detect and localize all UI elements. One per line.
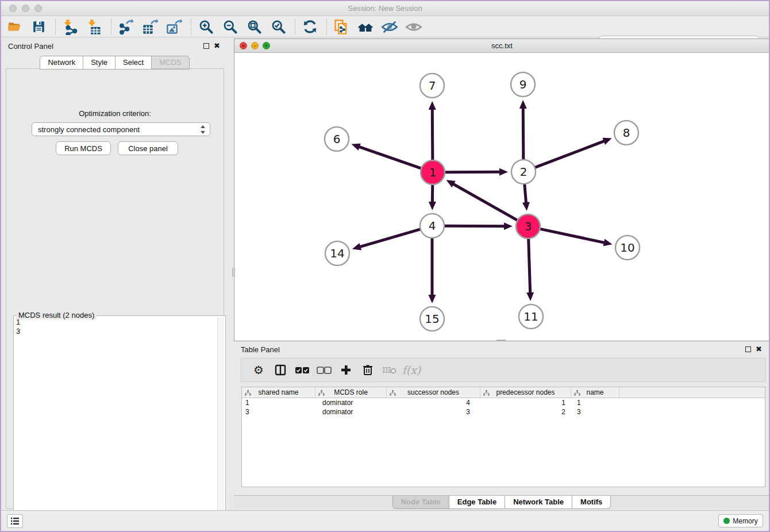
table-cell[interactable]: 3 xyxy=(242,407,315,417)
select-all-checkboxes-icon[interactable] xyxy=(292,361,313,379)
title-bar: Session: New Session xyxy=(1,1,769,16)
toolbar-separator xyxy=(111,19,111,35)
table-cell[interactable]: dominator xyxy=(315,398,387,407)
status-bar: Memory xyxy=(1,510,769,531)
control-tab-select[interactable]: Select xyxy=(115,56,152,70)
table-toolbar: ⚙ f(x) xyxy=(241,358,766,382)
table-cell[interactable]: dominator xyxy=(315,407,387,417)
graph-edge-2-3[interactable] xyxy=(525,184,526,203)
network-frame-titlebar[interactable]: × − + scc.txt xyxy=(234,39,769,53)
mcds-result-scrollbar[interactable] xyxy=(217,317,224,532)
network-canvas[interactable]: 7968124314101511 xyxy=(234,53,769,341)
column-header-shared-name[interactable]: shared name xyxy=(242,387,315,398)
refresh-view-icon[interactable] xyxy=(301,18,318,36)
table-tab-node-table[interactable]: Node Table xyxy=(392,496,449,509)
graph-node-label: 8 xyxy=(623,126,630,140)
zoom-fit-icon[interactable] xyxy=(245,18,263,36)
memory-button-label: Memory xyxy=(733,517,757,525)
graph-edge-3-11[interactable] xyxy=(529,238,530,294)
table-header-row: shared nameMCDS rolesuccessor nodesprede… xyxy=(242,387,765,398)
delete-column-icon[interactable] xyxy=(357,361,378,379)
close-table-panel-icon[interactable]: ✖ xyxy=(756,345,762,353)
mcds-result-list[interactable]: 13 xyxy=(16,318,216,532)
toolbar-separator xyxy=(191,19,191,35)
table-tab-motifs[interactable]: Motifs xyxy=(572,496,611,509)
table-row[interactable]: 3dominator323 xyxy=(242,407,765,417)
memory-status-icon xyxy=(723,518,730,524)
table-panel-title: Table Panel xyxy=(241,345,280,354)
column-header-predecessor-nodes[interactable]: predecessor nodes xyxy=(480,387,571,398)
hierarchy-icon xyxy=(483,390,490,398)
toolbar-separator xyxy=(55,19,56,35)
graph-node-label: 4 xyxy=(429,219,436,233)
table-cell[interactable]: 2 xyxy=(480,407,571,417)
export-network-icon[interactable] xyxy=(117,18,134,36)
graph-edge-4-3[interactable] xyxy=(444,226,505,226)
zoom-out-icon[interactable] xyxy=(221,18,238,36)
network-graph: 7968124314101511 xyxy=(234,53,769,341)
control-tab-network[interactable]: Network xyxy=(40,56,83,70)
open-session-icon[interactable] xyxy=(6,18,23,36)
hide-selected-icon[interactable] xyxy=(381,18,398,36)
table-panel: Table Panel ✖ ⚙ f(x) xyxy=(234,341,770,511)
graph-edge-2-9[interactable] xyxy=(523,107,523,160)
table-settings-icon[interactable]: ⚙ xyxy=(248,361,269,379)
table-cell[interactable]: 3 xyxy=(387,407,480,417)
table-row[interactable]: 1dominator411 xyxy=(242,398,765,407)
column-header-MCDS-role[interactable]: MCDS role xyxy=(315,387,387,398)
graph-edge-1-6[interactable] xyxy=(359,147,421,168)
import-table-icon[interactable] xyxy=(86,18,103,36)
criterion-dropdown[interactable]: strongly connected component xyxy=(32,122,210,136)
float-table-panel-icon[interactable] xyxy=(745,346,751,352)
mcds-result-line: 3 xyxy=(16,327,216,336)
graph-edge-arrowhead xyxy=(526,292,534,301)
add-column-icon[interactable] xyxy=(336,361,356,379)
graph-edge-4-14[interactable] xyxy=(359,229,420,247)
splitter-grip-vertical[interactable] xyxy=(232,268,235,277)
split-view-icon[interactable] xyxy=(270,361,291,379)
control-tab-mcds[interactable]: MCDS xyxy=(151,56,189,70)
task-history-button[interactable] xyxy=(7,514,23,528)
table-cell[interactable]: 1 xyxy=(242,398,315,407)
control-panel-header: Control Panel ✖ xyxy=(2,38,228,54)
graph-edge-1-7[interactable] xyxy=(432,109,433,160)
close-panel-icon[interactable]: ✖ xyxy=(214,41,220,50)
graph-edge-arrowhead xyxy=(519,100,527,109)
deselect-all-checkboxes-icon[interactable] xyxy=(314,361,334,379)
network-frame-title: scc.txt xyxy=(234,41,769,50)
import-network-icon[interactable] xyxy=(61,18,79,36)
show-hidden-icon[interactable] xyxy=(405,18,422,36)
graph-edge-3-10[interactable] xyxy=(540,229,605,242)
table-tab-network-table[interactable]: Network Table xyxy=(505,496,572,509)
graph-edge-arrowhead xyxy=(429,101,436,110)
copy-network-view-icon[interactable] xyxy=(333,18,350,36)
column-header-name[interactable]: name xyxy=(571,387,619,398)
save-session-icon[interactable] xyxy=(30,18,47,36)
close-panel-button[interactable]: Close panel xyxy=(118,141,178,155)
zoom-in-icon[interactable] xyxy=(197,18,214,36)
table-cell[interactable]: 1 xyxy=(571,398,619,407)
graph-edge-3-1[interactable] xyxy=(453,184,518,221)
graph-node-label: 14 xyxy=(330,246,344,260)
column-header-successor-nodes[interactable]: successor nodes xyxy=(387,387,480,398)
show-all-networks-icon[interactable] xyxy=(357,18,374,36)
export-image-icon[interactable] xyxy=(165,18,183,36)
hierarchy-icon xyxy=(390,390,396,398)
float-panel-icon[interactable] xyxy=(203,43,209,49)
export-table-icon[interactable] xyxy=(141,18,159,36)
zoom-selected-icon[interactable] xyxy=(270,18,287,36)
delete-table-icon[interactable] xyxy=(379,361,400,379)
run-mcds-button[interactable]: Run MCDS xyxy=(56,141,111,155)
table-cell[interactable]: 4 xyxy=(387,398,480,407)
graph-edge-2-8[interactable] xyxy=(535,141,605,167)
function-builder-icon[interactable]: f(x) xyxy=(401,361,422,379)
table-cell[interactable]: 3 xyxy=(571,407,619,417)
memory-button[interactable]: Memory xyxy=(718,514,763,527)
mcds-result-line: 1 xyxy=(16,318,216,327)
control-tab-style[interactable]: Style xyxy=(83,56,116,70)
table-cell[interactable]: 1 xyxy=(480,398,571,407)
graph-edge-arrowhead xyxy=(603,239,613,246)
graph-edge-1-2[interactable] xyxy=(445,172,500,172)
table-tab-edge-table[interactable]: Edge Table xyxy=(449,496,505,509)
graph-edge-arrowhead xyxy=(602,138,611,145)
